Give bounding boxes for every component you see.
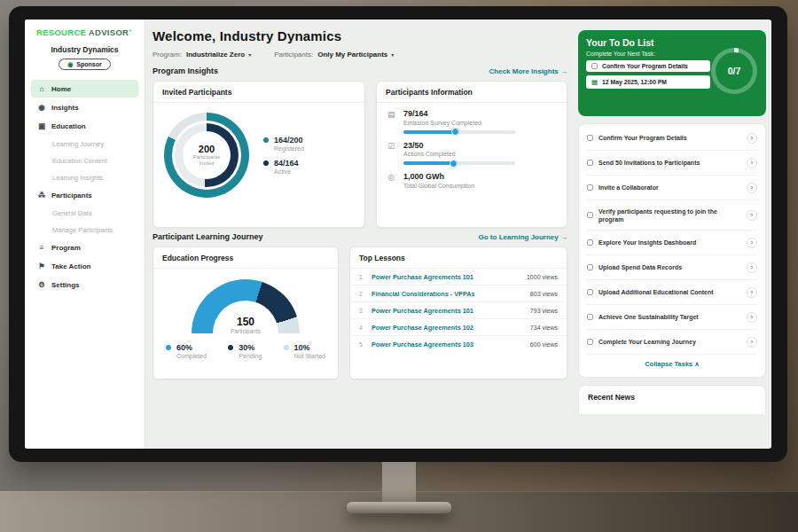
sidebar-item-learning-journey[interactable]: Learning Journey — [25, 136, 145, 152]
sidebar-item-take-action[interactable]: ⚑ Take Action — [25, 257, 145, 275]
chevron-right-icon[interactable]: › — [747, 183, 757, 193]
info-row-consumption: ◎ 1,000 GWh Total Global Consumption — [387, 172, 556, 189]
lesson-views: 803 views — [530, 291, 558, 297]
card-title: Education Progress — [153, 247, 338, 269]
chevron-right-icon[interactable]: › — [747, 133, 757, 144]
checkbox[interactable] — [587, 184, 593, 191]
survey-icon: ▤ — [387, 109, 396, 134]
sidebar-item-label: Manage Participants — [52, 226, 113, 234]
checkbox[interactable] — [587, 264, 593, 270]
go-to-learning-journey-link[interactable]: Go to Learning Journey → — [479, 233, 567, 241]
chevron-right-icon[interactable]: › — [747, 158, 757, 168]
education-legend: 60% Completed 30% Pending — [153, 334, 338, 359]
invited-legend: 164/200 Registered 84/164 Active — [263, 129, 304, 182]
task-label: Invite a Collaborator — [598, 184, 741, 192]
card-title: Invited Participants — [153, 82, 364, 103]
lesson-link[interactable]: Power Purchase Agreements 101 — [372, 307, 524, 315]
learning-journey-header: Participant Learning Journey Go to Learn… — [153, 232, 567, 241]
sidebar-item-label: Learning Journey — [52, 140, 104, 148]
legend-value: 164/200 — [274, 136, 304, 145]
todo-next-task[interactable]: Confirm Your Program Details — [586, 60, 710, 72]
legend-item: 84/164 Active — [263, 159, 304, 175]
checkbox[interactable] — [587, 289, 593, 295]
info-rows: ▤ 79/164 Emission Survey Completed ☑ — [377, 103, 567, 195]
participants-filter-label: Participants: — [274, 51, 313, 59]
education-gauge-chart: 150 Participants — [192, 279, 300, 334]
lesson-link[interactable]: Power Purchase Agreements 103 — [372, 340, 524, 348]
sidebar-item-participants[interactable]: ⁂ Participants — [25, 186, 145, 204]
sidebar-item-program[interactable]: ≡ Program — [25, 239, 145, 256]
checkbox[interactable] — [587, 135, 593, 141]
chevron-right-icon[interactable]: › — [747, 238, 757, 248]
sidebar-item-education[interactable]: ▣ Education — [25, 117, 145, 135]
legend-value: 60% — [176, 343, 207, 352]
checkbox[interactable] — [587, 212, 593, 218]
calendar-icon: ▦ — [591, 78, 598, 86]
task-row[interactable]: Complete Your Learning Journey › — [587, 330, 757, 355]
lesson-link[interactable]: Financial Considerations - VPPAs — [372, 290, 524, 298]
checkbox[interactable] — [587, 160, 593, 166]
legend-value: 10% — [294, 343, 325, 352]
sidebar-item-label: Settings — [51, 281, 80, 289]
task-row[interactable]: Explore Your Insights Dashboard › — [587, 231, 757, 255]
legend-dot-registered — [263, 137, 269, 143]
task-row[interactable]: Send 50 Invitations to Participants › — [587, 151, 757, 176]
donut-center-value: 200 — [199, 144, 215, 154]
chevron-right-icon[interactable]: › — [747, 210, 757, 221]
checkbox[interactable] — [587, 339, 593, 345]
sidebar-item-settings[interactable]: ⚙ Settings — [25, 276, 145, 293]
lesson-link[interactable]: Power Purchase Agreements 101 — [372, 273, 520, 281]
task-row[interactable]: Invite a Collaborator › — [587, 176, 757, 200]
chevron-right-icon[interactable]: › — [747, 337, 757, 348]
participants-select[interactable]: Participants: Only My Participants ▾ — [274, 51, 394, 59]
checkbox[interactable] — [587, 314, 593, 320]
monitor-bezel: RESOURCE ADVISOR+ Industry Dynamics ◉ Sp… — [9, 6, 787, 462]
sidebar-item-label: Take Action — [51, 262, 90, 270]
lesson-row: 3 Power Purchase Agreements 101 793 view… — [350, 302, 567, 319]
gear-icon: ⚙ — [37, 280, 46, 289]
sidebar-item-home[interactable]: ⌂ Home — [31, 80, 138, 98]
program-icon: ≡ — [37, 243, 46, 252]
todo-task-list: Confirm Your Program Details › Send 50 I… — [578, 123, 766, 378]
sidebar-item-label: Insights — [51, 104, 79, 112]
legend-value: 84/164 — [274, 159, 299, 168]
todo-due-date: ▦ 12 May 2025, 12:00 PM — [586, 75, 710, 89]
sidebar-item-manage-participants[interactable]: Manage Participants — [25, 222, 145, 238]
donut-center-label: Participants Invited — [189, 154, 224, 167]
collapse-tasks-link[interactable]: Collapse Tasks ∧ — [587, 355, 757, 375]
sidebar-item-general-data[interactable]: General Data — [25, 205, 145, 221]
lesson-link[interactable]: Power Purchase Agreements 102 — [372, 324, 524, 332]
chevron-right-icon[interactable]: › — [747, 287, 757, 298]
todo-summary-card: Your To Do List Complete Your Next Task:… — [578, 30, 766, 116]
todo-due-date-label: 12 May 2025, 12:00 PM — [602, 79, 667, 85]
lesson-views: 600 views — [530, 341, 558, 348]
task-label: Verify participants requesting to join t… — [598, 207, 741, 223]
task-row[interactable]: Confirm Your Program Details › — [587, 126, 757, 151]
lesson-row: 1 Power Purchase Agreements 101 1000 vie… — [350, 269, 567, 286]
sidebar-item-insights[interactable]: ◉ Insights — [25, 98, 145, 116]
task-row[interactable]: Verify participants requesting to join t… — [587, 200, 757, 231]
background: RESOURCE ADVISOR+ Industry Dynamics ◉ Sp… — [0, 0, 798, 532]
todo-progress-ring: 0/7 — [711, 48, 757, 94]
program-select[interactable]: Program: Industrialize Zero ▾ — [153, 51, 251, 59]
insights-cards-row: Invited Participants 200 Participants In… — [153, 81, 567, 228]
legend-label: Not Started — [294, 353, 325, 359]
checkbox[interactable] — [587, 239, 593, 246]
dashboard-screen: RESOURCE ADVISOR+ Industry Dynamics ◉ Sp… — [25, 20, 771, 449]
lesson-rank: 4 — [359, 325, 365, 331]
task-row[interactable]: Upload Spend Data Records › — [587, 255, 757, 280]
progress-bar-fill — [403, 161, 455, 165]
legend-item: 164/200 Registered — [263, 136, 304, 152]
check-more-insights-link[interactable]: Check More Insights → — [489, 67, 567, 75]
task-row[interactable]: Achieve One Sustainability Target › — [587, 305, 757, 330]
task-row[interactable]: Upload Additional Educational Content › — [587, 280, 757, 305]
card-title: Top Lessons — [350, 247, 567, 269]
checkbox[interactable] — [591, 63, 598, 69]
chevron-right-icon[interactable]: › — [747, 312, 757, 323]
chevron-right-icon[interactable]: › — [747, 262, 757, 273]
sidebar-item-education-content[interactable]: Education Content — [25, 153, 145, 168]
top-lessons-card: Top Lessons 1 Power Purchase Agreements … — [349, 246, 567, 379]
sidebar-item-learning-insights[interactable]: Learning Insights — [25, 169, 145, 185]
sidebar-item-label: Home — [51, 85, 71, 93]
lesson-row: 5 Power Purchase Agreements 103 600 view… — [350, 336, 567, 352]
